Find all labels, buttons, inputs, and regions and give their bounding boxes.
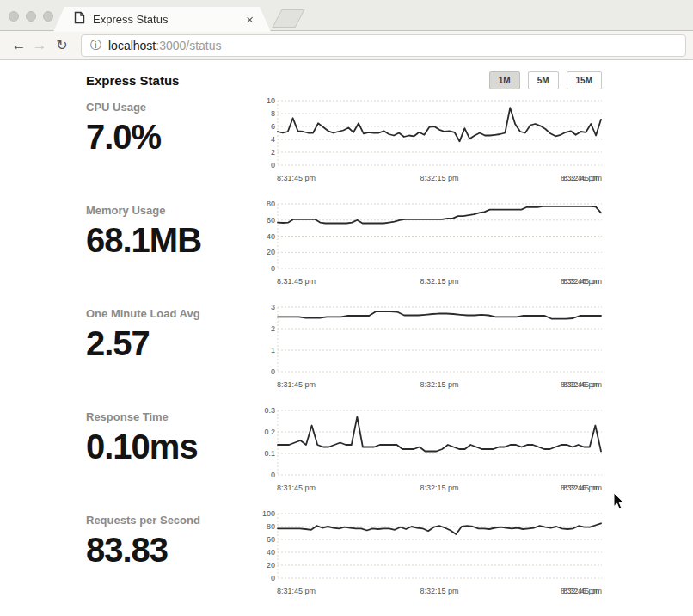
info-icon[interactable]: ⓘ	[90, 38, 101, 53]
metric-row-requests-per-second: Requests per Second 83.83 020406080100 8…	[0, 508, 693, 612]
address-bar[interactable]: ⓘ localhost :3000/status	[81, 34, 686, 57]
y-axis-labels: 00.10.20.3	[258, 410, 275, 478]
range-button-5m[interactable]: 5M	[528, 71, 559, 89]
chart-requests-per-second: 020406080100 8:31:45 pm8:32:15 pm8:32:45…	[258, 513, 604, 607]
metric-row-load-avg: One Minute Load Avg 2.57 0123 8:31:45 pm…	[0, 302, 693, 405]
forward-icon: →	[29, 35, 50, 56]
chart-plot	[277, 410, 604, 477]
status-page: Express Status 1M 5M 15M CPU Usage 7.0% …	[0, 60, 693, 616]
metric-info: One Minute Load Avg 2.57	[86, 307, 258, 363]
browser-tab[interactable]: Express Status ×	[53, 7, 271, 32]
metric-info: Response Time 0.10ms	[86, 410, 258, 466]
range-button-15m[interactable]: 15M	[567, 71, 602, 89]
chart-plot	[277, 513, 604, 580]
x-axis-labels: 8:31:45 pm8:32:15 pm8:32:45 pm8:32:46 pm	[277, 484, 602, 494]
metric-info: Memory Usage 68.1MB	[86, 204, 258, 260]
y-axis-labels: 020406080	[258, 203, 275, 272]
page-header: Express Status 1M 5M 15M	[86, 70, 602, 90]
x-axis-labels: 8:31:45 pm8:32:15 pm8:32:45 pm8:32:46 pm	[277, 380, 602, 391]
window-minimize-button[interactable]	[26, 11, 36, 22]
page-document-icon	[74, 11, 85, 28]
time-range-buttons: 1M 5M 15M	[489, 71, 602, 89]
url-host: localhost	[108, 39, 156, 52]
tab-title: Express Status	[93, 13, 246, 26]
x-axis-labels: 8:31:45 pm8:32:15 pm8:32:45 pm8:32:46 pm	[277, 174, 602, 184]
chart-plot	[277, 100, 604, 167]
y-axis-labels: 020406080100	[258, 513, 275, 582]
metric-label: Response Time	[86, 410, 258, 423]
tab-close-icon[interactable]: ×	[246, 14, 254, 26]
window-controls[interactable]	[9, 11, 53, 22]
window-close-button[interactable]	[9, 11, 19, 22]
metric-info: CPU Usage 7.0%	[86, 101, 258, 157]
browser-toolbar: ← → ↻ ⓘ localhost :3000/status	[0, 31, 693, 60]
metric-row-memory-usage: Memory Usage 68.1MB 020406080 8:31:45 pm…	[0, 199, 693, 302]
back-icon[interactable]: ←	[9, 35, 29, 56]
y-axis-labels: 0123	[258, 306, 275, 375]
refresh-icon[interactable]: ↻	[52, 35, 72, 56]
new-tab-button[interactable]	[272, 9, 304, 28]
metric-info: Requests per Second 83.83	[86, 514, 258, 570]
chart-cpu-usage: 0246810 8:31:45 pm8:32:15 pm8:32:45 pm8:…	[258, 100, 604, 194]
metric-value: 2.57	[86, 324, 258, 363]
chart-load-avg: 0123 8:31:45 pm8:32:15 pm8:32:45 pm8:32:…	[258, 306, 604, 401]
chart-memory-usage: 020406080 8:31:45 pm8:32:15 pm8:32:45 pm…	[258, 203, 604, 298]
metric-value: 0.10ms	[86, 428, 258, 466]
metric-row-response-time: Response Time 0.10ms 00.10.20.3 8:31:45 …	[0, 405, 693, 508]
metric-value: 83.83	[86, 531, 258, 570]
url-path: :3000/status	[156, 39, 221, 52]
browser-window: Express Status × ← → ↻ ⓘ localhost :3000…	[0, 0, 693, 616]
x-axis-labels: 8:31:45 pm8:32:15 pm8:32:45 pm8:32:46 pm	[277, 277, 602, 287]
y-axis-labels: 0246810	[258, 100, 275, 169]
metric-row-cpu-usage: CPU Usage 7.0% 0246810 8:31:45 pm8:32:15…	[0, 95, 693, 199]
metric-label: One Minute Load Avg	[86, 307, 258, 320]
metric-label: CPU Usage	[86, 101, 258, 114]
window-zoom-button[interactable]	[43, 11, 53, 22]
mouse-cursor	[613, 492, 626, 514]
chart-plot	[277, 203, 604, 270]
x-axis-labels: 8:31:45 pm8:32:15 pm8:32:45 pm8:32:46 pm	[277, 587, 602, 597]
page-title: Express Status	[86, 73, 179, 88]
range-button-1m[interactable]: 1M	[489, 71, 520, 89]
chart-plot	[277, 306, 604, 373]
metric-value: 7.0%	[86, 118, 258, 157]
metric-label: Requests per Second	[86, 514, 258, 527]
metric-label: Memory Usage	[86, 204, 258, 217]
chart-response-time: 00.10.20.3 8:31:45 pm8:32:15 pm8:32:45 p…	[258, 410, 604, 504]
metric-value: 68.1MB	[86, 221, 258, 260]
tab-strip: Express Status ×	[0, 0, 693, 31]
